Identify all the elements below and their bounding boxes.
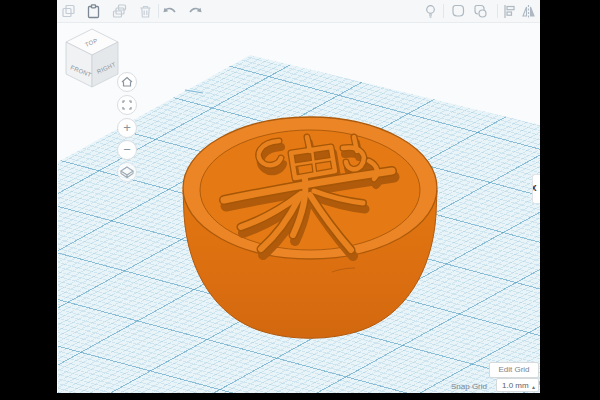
home-view-button[interactable] <box>117 72 137 92</box>
zoom-in-button[interactable]: + <box>117 118 137 138</box>
toolbar-separator <box>443 4 444 18</box>
minus-icon: − <box>118 141 136 159</box>
snap-grid-label: Snap Grid <box>451 382 487 391</box>
group-icon[interactable] <box>450 4 465 19</box>
redo-icon[interactable] <box>188 4 203 19</box>
plus-icon: + <box>118 119 136 137</box>
copy-icon[interactable] <box>61 4 76 19</box>
edit-grid-button[interactable]: Edit Grid <box>489 362 539 378</box>
edge-tab-glyph: x <box>532 182 537 193</box>
align-icon[interactable] <box>502 4 517 19</box>
dropdown-caret-icon: ▴ <box>532 380 535 393</box>
toolbar-separator <box>158 4 159 18</box>
snap-grid-value: 1.0 mm <box>502 381 529 390</box>
fit-view-icon <box>123 101 131 109</box>
hint-bulb-icon[interactable] <box>423 4 438 19</box>
mirror-icon[interactable] <box>521 4 536 19</box>
perspective-icon <box>121 167 133 178</box>
app-viewport: TOP FRONT RIGHT + − Edit Grid Snap Grid … <box>57 0 540 393</box>
top-toolbar <box>57 0 540 23</box>
perspective-toggle-button[interactable] <box>117 162 137 182</box>
home-icon <box>122 78 132 87</box>
paste-icon[interactable] <box>86 4 101 19</box>
view-cube[interactable]: TOP FRONT RIGHT <box>62 26 124 92</box>
toolbar-separator <box>497 4 498 18</box>
delete-icon[interactable] <box>138 4 153 19</box>
workplane-edge-mark <box>185 90 203 93</box>
right-edge-tab[interactable]: x <box>532 174 540 204</box>
fit-view-button[interactable] <box>117 95 137 115</box>
duplicate-icon[interactable] <box>112 4 127 19</box>
undo-icon[interactable] <box>162 4 177 19</box>
zoom-out-button[interactable]: − <box>117 140 137 160</box>
snap-grid-dropdown[interactable]: 1.0 mm ▴ <box>496 378 539 392</box>
ungroup-icon[interactable] <box>473 4 488 19</box>
